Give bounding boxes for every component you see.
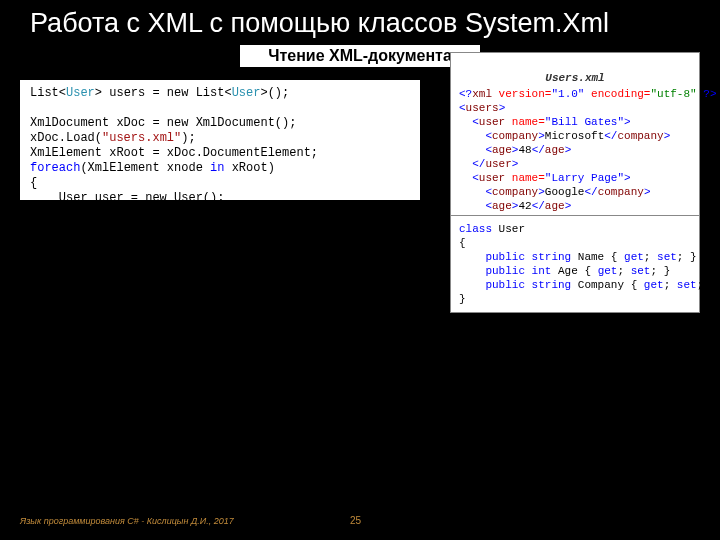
footer-text: Язык программирования C# - Кислицын Д.И.… (20, 516, 234, 526)
xml-line: <users> (459, 102, 505, 114)
xml-line: <user name="Larry Page"> (459, 172, 631, 184)
xml-line: </user> (459, 158, 518, 170)
code-line: foreach(XmlElement xnode in xRoot) (30, 161, 275, 175)
page-number: 25 (350, 515, 361, 526)
left-code-block: List<User> users = new List<User>(); Xml… (20, 80, 420, 200)
code-line: XmlElement xRoot = xDoc.DocumentElement; (30, 146, 318, 160)
code-line: { (30, 176, 37, 190)
code-line: public string Company { get; set; } (459, 279, 716, 291)
code-line: { (459, 237, 466, 249)
xml-line: <age>48</age> (459, 144, 571, 156)
code-line: public string Name { get; set; } (459, 251, 697, 263)
code-line: public int Age { get; set; } (459, 265, 670, 277)
code-line: class User (459, 223, 525, 235)
csharp-class-block: class User { public string Name { get; s… (450, 215, 700, 313)
slide-title: Работа с XML с помощью классов System.Xm… (0, 0, 720, 43)
xml-line: <age>42</age> (459, 200, 571, 212)
code-line: XmlDocument xDoc = new XmlDocument(); (30, 116, 296, 130)
code-line: } (459, 293, 466, 305)
code-line: User user = new User(); (30, 191, 224, 200)
xml-filename: Users.xml (459, 71, 691, 85)
xml-line: <company>Google</company> (459, 186, 650, 198)
code-line: xDoc.Load("users.xml"); (30, 131, 196, 145)
xml-line: <?xml version="1.0" encoding="utf-8" ?> (459, 88, 717, 100)
xml-line: <user name="Bill Gates"> (459, 116, 631, 128)
code-line: List<User> users = new List<User>(); (30, 86, 289, 100)
slide-subtitle: Чтение XML-документа (240, 45, 480, 67)
xml-line: <company>Microsoft</company> (459, 130, 670, 142)
